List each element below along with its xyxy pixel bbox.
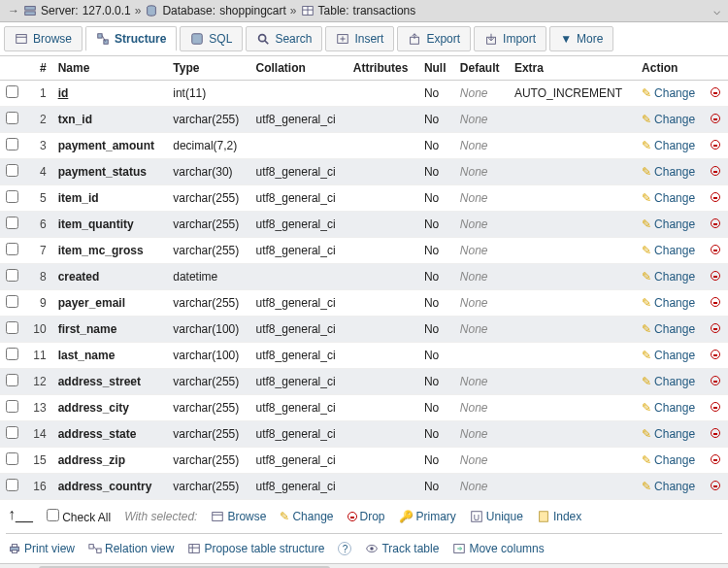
tab-search[interactable]: Search bbox=[246, 26, 322, 51]
col-name[interactable]: address_street bbox=[58, 375, 141, 388]
row-checkbox[interactable] bbox=[6, 321, 18, 334]
row-checkbox[interactable] bbox=[6, 138, 18, 150]
print-view[interactable]: Print view bbox=[8, 542, 75, 555]
drop-icon[interactable] bbox=[711, 428, 720, 438]
change-action[interactable]: ✎Change bbox=[642, 139, 695, 152]
drop-icon[interactable] bbox=[711, 245, 720, 254]
row-checkbox[interactable] bbox=[6, 112, 18, 124]
col-name[interactable]: item_id bbox=[58, 191, 99, 205]
relation-view[interactable]: Relation view bbox=[88, 542, 174, 555]
help-icon[interactable]: ? bbox=[338, 542, 351, 555]
drop-icon[interactable] bbox=[711, 271, 720, 281]
tab-export[interactable]: Export bbox=[397, 26, 471, 51]
tab-browse[interactable]: Browse bbox=[4, 26, 83, 51]
change-action[interactable]: ✎Change bbox=[642, 427, 695, 441]
drop-icon[interactable] bbox=[711, 114, 720, 123]
tab-structure[interactable]: Structure bbox=[85, 26, 177, 51]
col-name[interactable]: last_name bbox=[58, 349, 116, 362]
drop-icon[interactable] bbox=[711, 297, 720, 307]
drop-icon[interactable] bbox=[711, 402, 720, 412]
col-type: varchar(255) bbox=[167, 107, 249, 133]
col-name[interactable]: address_zip bbox=[58, 453, 125, 467]
change-action[interactable]: ✎Change bbox=[642, 86, 695, 100]
relation-label: Relation view bbox=[105, 542, 174, 555]
table-row: 12address_streetvarchar(255)utf8_general… bbox=[0, 369, 728, 395]
change-action[interactable]: ✎Change bbox=[642, 217, 695, 231]
col-name[interactable]: item_quantity bbox=[58, 217, 134, 231]
col-default: None bbox=[454, 133, 509, 159]
breadcrumb: → Server: 127.0.0.1 » Database: shopping… bbox=[0, 0, 728, 22]
col-name[interactable]: address_city bbox=[58, 401, 129, 415]
bulk-unique[interactable]: UUnique bbox=[470, 510, 523, 523]
row-checkbox[interactable] bbox=[6, 164, 18, 177]
change-action[interactable]: ✎Change bbox=[642, 165, 695, 179]
change-action[interactable]: ✎Change bbox=[642, 296, 695, 310]
row-checkbox[interactable] bbox=[6, 426, 18, 439]
col-name[interactable]: id bbox=[58, 86, 69, 100]
col-name[interactable]: payment_amount bbox=[58, 139, 154, 152]
table-link[interactable]: transactions bbox=[353, 4, 416, 17]
row-checkbox[interactable] bbox=[6, 85, 18, 98]
collapse-icon[interactable]: ⌵ bbox=[713, 4, 720, 17]
change-action[interactable]: ✎Change bbox=[642, 375, 695, 388]
col-name[interactable]: payer_email bbox=[58, 296, 125, 310]
change-action[interactable]: ✎Change bbox=[642, 453, 695, 467]
change-action[interactable]: ✎Change bbox=[642, 349, 695, 362]
col-name[interactable]: txn_id bbox=[58, 113, 92, 126]
col-extra bbox=[509, 474, 636, 500]
tab-more[interactable]: ▼More bbox=[549, 26, 613, 51]
table-row: 6item_quantityvarchar(255)utf8_general_c… bbox=[0, 212, 728, 238]
check-all[interactable]: Check All bbox=[47, 509, 111, 524]
row-checkbox[interactable] bbox=[6, 243, 18, 255]
change-action[interactable]: ✎Change bbox=[642, 113, 695, 126]
drop-icon[interactable] bbox=[711, 218, 720, 228]
change-action[interactable]: ✎Change bbox=[642, 270, 695, 284]
move-columns[interactable]: Move columns bbox=[452, 542, 544, 555]
tab-sql[interactable]: SQL bbox=[180, 26, 243, 51]
drop-icon[interactable] bbox=[711, 192, 720, 202]
bulk-browse[interactable]: Browse bbox=[211, 510, 266, 523]
col-name[interactable]: first_name bbox=[58, 322, 117, 336]
th-num: # bbox=[26, 56, 52, 81]
drop-icon[interactable] bbox=[711, 140, 720, 150]
row-checkbox[interactable] bbox=[6, 348, 18, 360]
row-checkbox[interactable] bbox=[6, 374, 18, 386]
row-checkbox[interactable] bbox=[6, 452, 18, 465]
check-all-box[interactable] bbox=[47, 509, 59, 521]
drop-icon[interactable] bbox=[711, 481, 720, 490]
bulk-change[interactable]: ✎Change bbox=[280, 510, 333, 523]
drop-icon[interactable] bbox=[711, 350, 720, 359]
col-name[interactable]: payment_status bbox=[58, 165, 147, 179]
bulk-primary[interactable]: 🔑Primary bbox=[399, 510, 456, 523]
horizontal-scrollbar[interactable] bbox=[0, 563, 728, 568]
change-action[interactable]: ✎Change bbox=[642, 480, 695, 493]
row-checkbox[interactable] bbox=[6, 217, 18, 229]
change-action[interactable]: ✎Change bbox=[642, 191, 695, 205]
server-link[interactable]: 127.0.0.1 bbox=[83, 4, 131, 17]
row-checkbox[interactable] bbox=[6, 269, 18, 282]
col-default: None bbox=[454, 369, 509, 395]
tab-import[interactable]: Import bbox=[474, 26, 546, 51]
track-table[interactable]: Track table bbox=[365, 542, 439, 555]
row-checkbox[interactable] bbox=[6, 479, 18, 491]
drop-icon[interactable] bbox=[711, 166, 720, 176]
drop-icon[interactable] bbox=[711, 87, 720, 97]
bulk-index[interactable]: Index bbox=[537, 510, 581, 523]
col-name[interactable]: address_country bbox=[58, 480, 152, 493]
col-name[interactable]: address_state bbox=[58, 427, 137, 441]
propose-structure[interactable]: Propose table structure bbox=[187, 542, 324, 555]
change-action[interactable]: ✎Change bbox=[642, 322, 695, 336]
drop-icon[interactable] bbox=[711, 323, 720, 333]
bulk-drop[interactable]: Drop bbox=[347, 510, 385, 523]
tab-insert[interactable]: Insert bbox=[325, 26, 394, 51]
col-name[interactable]: created bbox=[58, 270, 100, 284]
drop-icon[interactable] bbox=[711, 454, 720, 464]
col-name[interactable]: item_mc_gross bbox=[58, 244, 144, 257]
row-checkbox[interactable] bbox=[6, 400, 18, 413]
db-link[interactable]: shoppingcart bbox=[219, 4, 286, 17]
row-checkbox[interactable] bbox=[6, 295, 18, 308]
row-checkbox[interactable] bbox=[6, 190, 18, 203]
change-action[interactable]: ✎Change bbox=[642, 401, 695, 415]
change-action[interactable]: ✎Change bbox=[642, 244, 695, 257]
drop-icon[interactable] bbox=[711, 376, 720, 385]
